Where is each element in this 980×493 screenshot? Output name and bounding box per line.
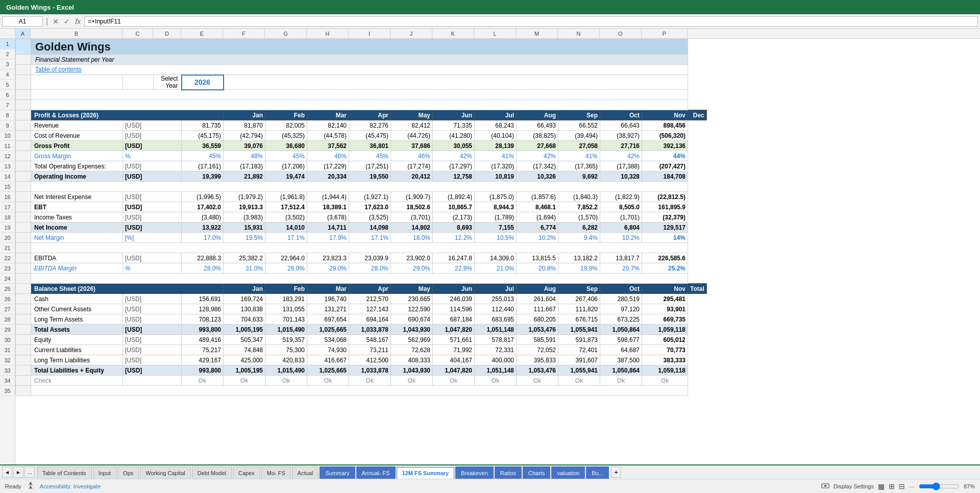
tab-mo-fs[interactable]: Mo- FS: [261, 466, 291, 479]
col-header-L[interactable]: L: [474, 29, 516, 38]
formula-input[interactable]: [84, 16, 978, 27]
select-year-value[interactable]: 2026: [182, 75, 224, 90]
pnl-col-jan: Jan: [224, 110, 265, 120]
table-row: Total Assets [USD] 993,800 1,005,195 1,0…: [16, 325, 707, 335]
table-row: Equity [USD] 489,416 505,347 519,357 534…: [16, 335, 707, 345]
tab-annual-fs[interactable]: Annual- FS: [356, 466, 396, 479]
tab-breakeven[interactable]: Breakeven: [455, 466, 494, 479]
col-header-I[interactable]: I: [349, 29, 390, 38]
table-row: [16, 182, 707, 192]
view-pagebreak-icon[interactable]: ⊞: [889, 482, 895, 490]
spreadsheet-subtitle: Financial Statement per Year: [31, 55, 688, 65]
select-year-label: Select Year: [154, 75, 182, 90]
tab-12m-fs-summary[interactable]: 12M FS Summary: [397, 467, 455, 479]
tab-valuation[interactable]: valuation: [551, 466, 585, 479]
table-row: Cash [USD] 156,691 169,724 183,291 196,7…: [16, 294, 707, 304]
table-row: [16, 100, 707, 110]
tab-capex[interactable]: Capex: [233, 466, 260, 479]
col-header-M[interactable]: M: [516, 29, 558, 38]
pnl-header-row: Profit & Losses (2026) Jan Feb Mar Apr M…: [16, 110, 707, 120]
zoom-slider[interactable]: [919, 482, 960, 490]
tab-ops[interactable]: Ops: [117, 466, 139, 479]
toc-link[interactable]: Table of contents: [35, 66, 82, 73]
table-row: EBT [USD] 17,402.0 19,913.3 17,512.4 18,…: [16, 202, 707, 212]
table-row: Total Operating Expenses: [USD] (17,161)…: [16, 161, 707, 171]
table-row: Net Income [USD] 13,922 15,931 14,010 14…: [16, 223, 707, 233]
col-header-F[interactable]: F: [223, 29, 265, 38]
spreadsheet-area: 1 2 3 4 5 6 7 8 9 10 11 12 13 14 15 16 1…: [0, 39, 980, 464]
tab-bu[interactable]: Bu...: [586, 466, 609, 479]
column-headers: A B C D E F G H I J K L M N O P: [0, 29, 980, 39]
col-header-J[interactable]: J: [390, 29, 432, 38]
col-header-O[interactable]: O: [600, 29, 642, 38]
display-settings-icon[interactable]: [821, 482, 829, 491]
table-row: [16, 386, 707, 396]
status-bar: Ready Accessibility: Investigate Display…: [0, 479, 980, 493]
col-header-K[interactable]: K: [432, 29, 474, 38]
tab-bar: ◄ ► … Table of Contents Input Ops Workin…: [0, 464, 980, 479]
table-row: Cost of Revenue [USD] (45,175) (42,794) …: [16, 131, 707, 141]
table-row: Check Ok Ok Ok Ok Ok Ok Ok Ok Ok Ok Ok O…: [16, 376, 707, 386]
table-row: Revenue [USD] 81,735 81,870 82,005 82,14…: [16, 120, 707, 131]
table-row: Long Term Liabilities [USD] 429,167 425,…: [16, 355, 707, 365]
view-page-icon[interactable]: ⊟: [899, 482, 905, 490]
tab-working-capital[interactable]: Working Capital: [140, 466, 190, 479]
svg-point-0: [30, 482, 32, 484]
table-row: [16, 90, 707, 100]
cancel-icon[interactable]: ✕: [51, 17, 60, 26]
accessibility-label[interactable]: Accessibility: Investigate: [40, 483, 101, 489]
col-header-N[interactable]: N: [558, 29, 600, 38]
grid-content[interactable]: Golden Wings Financial Statement per Yea…: [15, 39, 980, 464]
spreadsheet-title: Golden Wings: [31, 39, 688, 55]
display-settings-label[interactable]: Display Settings: [834, 483, 874, 489]
cell-reference[interactable]: [2, 16, 43, 27]
tab-debt-model[interactable]: Debt Model: [192, 466, 232, 479]
zoom-level: 87%: [964, 483, 975, 489]
table-row: Financial Statement per Year: [16, 55, 707, 65]
tab-nav-left[interactable]: ◄: [2, 466, 12, 478]
table-row: EBITDA Margin % 28.0% 31.0% 28.0% 29.0% …: [16, 263, 707, 274]
app-title: Golden Wings - Excel: [6, 4, 74, 11]
col-header-G[interactable]: G: [265, 29, 307, 38]
table-row: Operating Income [USD] 19,399 21,892 19,…: [16, 171, 707, 182]
table-row: EBITDA [USD] 22,888.3 25,382.2 22,964.0 …: [16, 253, 707, 263]
formula-bar: | ✕ ✓ fx: [0, 14, 980, 29]
col-header-E[interactable]: E: [181, 29, 223, 38]
tab-add[interactable]: +: [611, 466, 621, 478]
table-row: Gross Profit [USD] 36,559 39,076 36,680 …: [16, 141, 707, 151]
col-header-H[interactable]: H: [307, 29, 349, 38]
table-row: [16, 274, 707, 284]
tab-actual[interactable]: Actual: [292, 466, 319, 479]
tab-input[interactable]: Input: [93, 466, 116, 479]
status-ready: Ready: [5, 483, 21, 489]
col-header-B[interactable]: B: [31, 29, 122, 38]
accessibility-icon[interactable]: [27, 482, 35, 491]
table-row: Net Interest Expense [USD] (1,996.5) (1,…: [16, 192, 707, 202]
table-row: Income Taxes [USD] (3,480) (3,983) (3,50…: [16, 212, 707, 223]
pnl-section-header: Profit & Losses (2026): [31, 110, 224, 120]
col-header-A[interactable]: A: [15, 29, 31, 38]
bs-header-row: Balance Sheet (2026) Jan Feb Mar Apr May…: [16, 284, 707, 294]
tab-nav-right[interactable]: ►: [13, 466, 23, 478]
col-header-C[interactable]: C: [122, 29, 153, 38]
view-normal-icon[interactable]: ▦: [878, 482, 885, 490]
table-row: Golden Wings: [16, 39, 707, 55]
table-row: [16, 243, 707, 253]
table-row: Select Year 2026: [16, 75, 707, 90]
table-row: Net Margin [%] 17.0% 19.5% 17.1% 17.9% 1…: [16, 233, 707, 243]
tab-ratios[interactable]: Ratios: [495, 466, 522, 479]
tab-charts[interactable]: Charts: [523, 466, 550, 479]
tab-nav-dots[interactable]: …: [24, 466, 35, 478]
function-icon[interactable]: fx: [74, 17, 82, 26]
col-header-D[interactable]: D: [153, 29, 181, 38]
table-row: Total Liabilities + Equity [USD] 993,800…: [16, 365, 707, 376]
table-row: Other Current Assets [USD] 128,986 130,8…: [16, 304, 707, 314]
tab-table-of-contents[interactable]: Table of Contents: [37, 466, 92, 479]
col-header-P[interactable]: P: [642, 29, 688, 38]
bs-section-header: Balance Sheet (2026): [31, 284, 224, 294]
table-row: Current Liabilities [USD] 75,217 74,848 …: [16, 345, 707, 355]
confirm-icon[interactable]: ✓: [62, 17, 71, 26]
tab-summary[interactable]: Summary: [320, 466, 355, 479]
table-row: Gross Margin % 45% 48% 45% 46% 45% 46% 4…: [16, 151, 707, 161]
table-row: Long Term Assets [USD] 708,123 704,633 7…: [16, 314, 707, 325]
